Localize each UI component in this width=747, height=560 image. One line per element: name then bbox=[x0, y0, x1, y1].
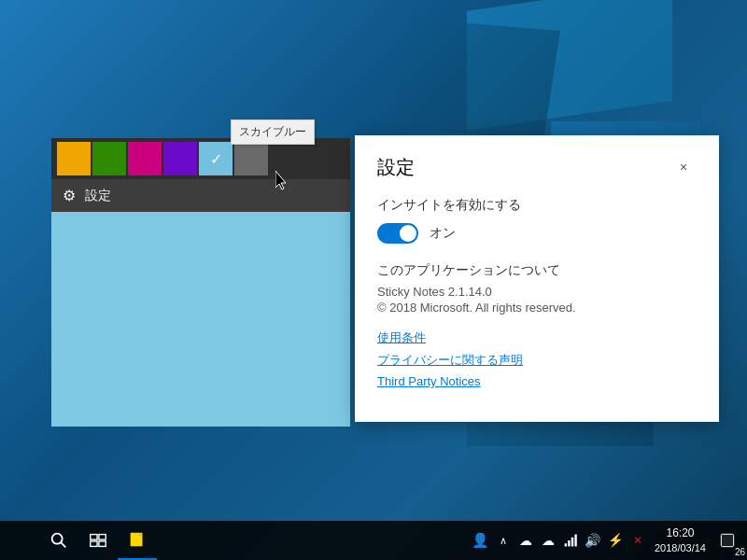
about-copyright: © 2018 Microsoft. All rights reserved. bbox=[377, 301, 697, 315]
svg-rect-9 bbox=[571, 538, 573, 547]
desktop-tile-2 bbox=[392, 19, 560, 140]
clock-date: 2018/03/14 bbox=[655, 541, 706, 554]
toggle-label: オン bbox=[430, 225, 456, 242]
insights-label: インサイトを有効にする bbox=[377, 197, 697, 214]
people-icon[interactable]: 👤 bbox=[472, 531, 490, 550]
onedrive-icon[interactable]: ☁ bbox=[516, 531, 535, 550]
gear-icon: ⚙ bbox=[63, 187, 76, 204]
search-button[interactable] bbox=[39, 521, 78, 560]
svg-rect-7 bbox=[565, 543, 567, 546]
svg-rect-3 bbox=[99, 535, 106, 540]
note-body[interactable] bbox=[51, 212, 350, 427]
show-hidden-icons[interactable]: ∧ bbox=[494, 531, 513, 550]
start-button[interactable] bbox=[0, 521, 39, 560]
svg-rect-10 bbox=[574, 535, 576, 547]
close-button[interactable]: × bbox=[670, 154, 697, 180]
color-swatch-sky-blue[interactable]: ✓ bbox=[199, 142, 233, 175]
toggle-row: オン bbox=[377, 223, 697, 244]
cloud-icon-2[interactable]: ☁ bbox=[539, 531, 557, 550]
taskbar: 👤 ∧ ☁ ☁ 🔊 ⚡ bbox=[0, 521, 747, 560]
about-version: Sticky Notes 2.1.14.0 bbox=[377, 285, 697, 299]
taskbar-left bbox=[0, 521, 472, 560]
notification-button[interactable]: 26 bbox=[713, 521, 741, 560]
privacy-link[interactable]: プライバシーに関する声明 bbox=[377, 352, 697, 369]
tray-close-icon[interactable]: ✕ bbox=[628, 531, 647, 550]
color-swatch-magenta[interactable] bbox=[128, 142, 162, 175]
network-icon[interactable] bbox=[561, 531, 580, 550]
volume-icon[interactable]: 🔊 bbox=[584, 531, 602, 550]
svg-line-1 bbox=[61, 542, 65, 547]
settings-bar[interactable]: ⚙ 設定 bbox=[51, 179, 350, 212]
clock[interactable]: 16:20 2018/03/14 bbox=[649, 526, 712, 554]
settings-bar-label: 設定 bbox=[85, 188, 111, 204]
svg-rect-8 bbox=[568, 540, 570, 546]
svg-rect-2 bbox=[91, 535, 97, 540]
sticky-notes-taskbar-icon[interactable] bbox=[118, 521, 157, 560]
color-swatch-purple[interactable] bbox=[163, 142, 197, 175]
desktop: スカイブルー ✓ ⚙ bbox=[0, 0, 747, 560]
svg-rect-4 bbox=[91, 541, 97, 547]
task-view-button[interactable] bbox=[78, 521, 118, 560]
tooltip-text: スカイブルー bbox=[239, 125, 306, 138]
color-tooltip: スカイブルー bbox=[231, 119, 315, 145]
color-swatch-green[interactable] bbox=[92, 142, 126, 175]
terms-link[interactable]: 使用条件 bbox=[377, 329, 697, 346]
svg-point-0 bbox=[52, 534, 63, 544]
svg-rect-12 bbox=[721, 534, 733, 546]
about-title: このアプリケーションについて bbox=[377, 262, 697, 279]
color-swatch-yellow[interactable] bbox=[57, 142, 91, 175]
dialog-header: 設定 × bbox=[377, 154, 697, 180]
dialog-title: 設定 bbox=[377, 155, 415, 180]
clock-time: 16:20 bbox=[655, 526, 706, 541]
active-checkmark: ✓ bbox=[210, 150, 222, 168]
notification-badge: 26 bbox=[735, 547, 745, 557]
third-party-link[interactable]: Third Party Notices bbox=[377, 374, 697, 388]
insights-toggle[interactable] bbox=[377, 223, 418, 244]
system-tray: 👤 ∧ ☁ ☁ 🔊 ⚡ bbox=[472, 531, 647, 550]
color-swatch-gray[interactable] bbox=[234, 142, 268, 175]
svg-rect-5 bbox=[99, 541, 106, 547]
usb-icon[interactable]: ⚡ bbox=[606, 531, 625, 550]
settings-dialog: 設定 × インサイトを有効にする オン このアプリケーションについて Stick… bbox=[355, 135, 719, 422]
sticky-note-panel: ✓ ⚙ 設定 bbox=[51, 138, 350, 427]
taskbar-right: 👤 ∧ ☁ ☁ 🔊 ⚡ bbox=[472, 521, 747, 560]
